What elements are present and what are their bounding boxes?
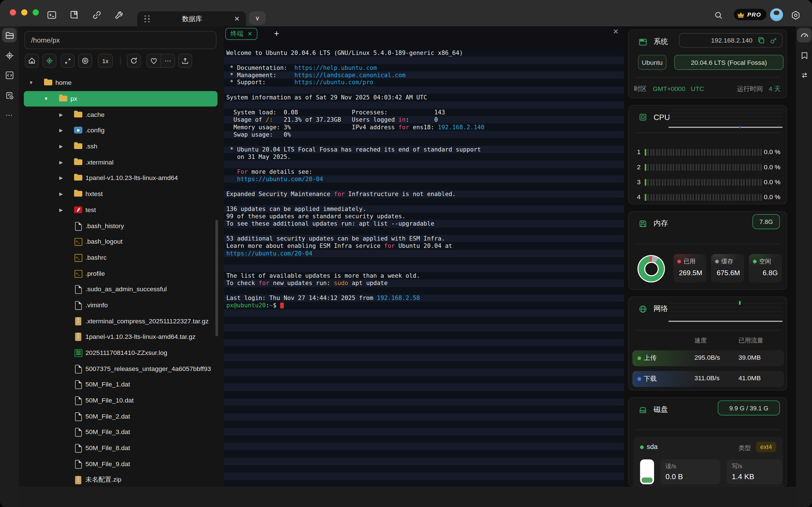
tree-item-test[interactable]: ▶test: [24, 202, 217, 218]
tree-arrow-icon[interactable]: ▶: [57, 112, 65, 117]
tree-item-.bash_logout[interactable]: .bash_logout: [24, 234, 217, 249]
wrench-icon[interactable]: [114, 10, 124, 20]
tree-arrow-icon[interactable]: ▶: [57, 191, 65, 196]
folder-icon: [59, 95, 67, 103]
code-panel-button[interactable]: [2, 68, 16, 82]
favorite-button[interactable]: [147, 54, 161, 67]
tree-item-.cache[interactable]: ▶.cache: [24, 107, 217, 122]
window-tab-database[interactable]: 数据库 ✕: [137, 11, 246, 26]
tree-item-label: 50M_File_2.dat: [86, 413, 130, 420]
zoom-traffic-light[interactable]: [33, 9, 39, 15]
file-tree-scrollbar[interactable]: [215, 220, 218, 336]
folder-icon: [44, 79, 52, 87]
tree-item-home[interactable]: ▼home: [24, 75, 217, 91]
tree-item-.bash_history[interactable]: .bash_history: [24, 218, 217, 234]
tree-arrow-icon[interactable]: ▼: [28, 80, 35, 86]
pro-badge[interactable]: PRO: [734, 9, 766, 20]
memory-tile-value: 269.5M: [677, 269, 702, 277]
terminal-tab-close-icon[interactable]: ✕: [248, 31, 252, 37]
tree-item-1panel-v1.10.23-lts-linux-amd64.tar.gz[interactable]: 1panel-v1.10.23-lts-linux-amd64.tar.gz: [24, 329, 217, 345]
more-actions-button[interactable]: ⋯: [160, 54, 174, 67]
legend-dot: [638, 356, 641, 360]
cpu-core-percent: 0.0 %: [764, 179, 780, 186]
close-traffic-light[interactable]: [10, 9, 16, 15]
terminal-line: 53 additional security updates can be ap…: [223, 235, 624, 242]
terminal-text: * Management:: [226, 71, 295, 79]
file-tree: ▼home▼px▶.cache▶.config▶.ssh▶.xterminal▶…: [18, 75, 223, 487]
home-directory-button[interactable]: [25, 54, 39, 68]
tree-arrow-icon[interactable]: ▶: [57, 144, 65, 149]
avatar[interactable]: [770, 8, 783, 21]
tree-arrow-icon[interactable]: ▶: [57, 160, 65, 165]
tree-item-50M_File_10.dat[interactable]: 50M_File_10.dat: [24, 393, 217, 408]
tree-item-5007375_releases_untagger_4a6057bbff93[interactable]: 5007375_releases_untagger_4a6057bbff93: [24, 361, 217, 377]
network-speed: 311.0B/s: [695, 375, 719, 382]
copy-icon[interactable]: [758, 37, 765, 44]
tree-item-50M_File_9.dat[interactable]: 50M_File_9.dat: [24, 456, 217, 472]
collapse-button[interactable]: [61, 54, 75, 68]
terminal-icon[interactable]: [47, 10, 56, 20]
key-icon[interactable]: [769, 36, 777, 44]
bookmarks-panel-button[interactable]: [797, 48, 811, 62]
server-ip-box[interactable]: 192.168.2.140: [679, 33, 782, 48]
locate-current-button[interactable]: [43, 54, 57, 68]
tree-item-50M_File_2.dat[interactable]: 50M_File_2.dat: [24, 408, 217, 424]
tree-arrow-icon[interactable]: ▶: [57, 207, 65, 212]
tree-item-.ssh[interactable]: ▶.ssh: [24, 138, 217, 154]
terminal-line: * Documentation: https://help.ubuntu.com: [223, 64, 624, 71]
cpu-core-percent: 0.0 %: [764, 149, 780, 156]
tree-item-未名配置.zip[interactable]: 未名配置.zip: [24, 472, 217, 487]
tab-drag-grip-icon[interactable]: [144, 15, 150, 22]
link-icon[interactable]: [92, 10, 101, 20]
settings-gear-icon[interactable]: [791, 10, 800, 20]
tree-item-px[interactable]: ▼px: [24, 91, 217, 107]
preview-button[interactable]: [78, 54, 92, 68]
terminal-text: https://ubuntu.com/20-04: [237, 175, 323, 183]
close-terminal-pane-button[interactable]: ✕: [613, 27, 619, 36]
tree-arrow-icon[interactable]: ▶: [57, 128, 65, 133]
cpu-card-title: CPU: [654, 113, 670, 121]
terminal-tab[interactable]: 终端 ✕: [225, 28, 257, 40]
search-icon[interactable]: [714, 11, 723, 20]
tree-arrow-icon[interactable]: ▶: [57, 176, 65, 181]
history-panel-button[interactable]: [2, 88, 16, 102]
tree-item-label: .sudo_as_admin_successful: [86, 286, 167, 293]
tree-item-.viminfo[interactable]: .viminfo: [24, 297, 217, 313]
add-terminal-button[interactable]: +: [270, 28, 283, 40]
upload-button[interactable]: [178, 54, 192, 68]
tree-item-20251117081410-ZZxsur.log[interactable]: 20251117081410-ZZxsur.log: [24, 345, 217, 361]
tree-item-hxtest[interactable]: ▶hxtest: [24, 186, 217, 202]
locate-panel-button[interactable]: [2, 48, 16, 62]
tree-arrow-icon[interactable]: ▼: [43, 96, 50, 101]
tree-item-.xterminal_compress_202511122327.tar.gz[interactable]: .xterminal_compress_202511122327.tar.gz: [24, 313, 217, 329]
tree-item-50M_File_3.dat[interactable]: 50M_File_3.dat: [24, 424, 217, 440]
tab-close-icon[interactable]: ✕: [234, 15, 240, 22]
terminal-text: Expanded Security Maintenance: [226, 190, 334, 198]
tree-item-1panel-v1.10.23-lts-linux-amd64[interactable]: ▶1panel-v1.10.23-lts-linux-amd64: [24, 170, 217, 186]
path-input[interactable]: /home/px: [24, 31, 216, 49]
files-panel-button[interactable]: [2, 28, 16, 42]
file-icon: [74, 460, 82, 468]
refresh-button[interactable]: [127, 54, 141, 68]
minimize-traffic-light[interactable]: [21, 9, 28, 15]
tab-list-dropdown-button[interactable]: ∨: [249, 11, 266, 25]
terminal-line: [223, 391, 624, 398]
terminal-text: sudo: [334, 279, 348, 287]
zoom-level-button[interactable]: 1x: [98, 54, 113, 68]
monitor-panel-button[interactable]: [797, 28, 811, 42]
tree-item-.profile[interactable]: .profile: [24, 266, 217, 281]
tree-item-label: 1panel-v1.10.23-lts-linux-amd64: [86, 175, 178, 182]
file-browser-panel: /home/px 1x: [18, 26, 223, 487]
disk-drive-icon: [639, 405, 647, 414]
tree-item-.config[interactable]: ▶.config: [24, 122, 217, 138]
terminal-output[interactable]: Welcome to Ubuntu 20.04.6 LTS (GNU/Linux…: [223, 49, 624, 487]
disk-usage-badge: 9.9 G / 39.1 G: [718, 400, 780, 415]
more-panels-button[interactable]: ⋯: [2, 108, 16, 122]
book-icon[interactable]: [69, 10, 79, 20]
tree-item-.xterminal[interactable]: ▶.xterminal: [24, 154, 217, 170]
tree-item-50M_File_1.dat[interactable]: 50M_File_1.dat: [24, 377, 217, 392]
tree-item-.bashrc[interactable]: .bashrc: [24, 249, 217, 265]
transfers-panel-button[interactable]: [797, 68, 811, 82]
tree-item-.sudo_as_admin_successful[interactable]: .sudo_as_admin_successful: [24, 281, 217, 297]
tree-item-50M_File_8.dat[interactable]: 50M_File_8.dat: [24, 440, 217, 456]
